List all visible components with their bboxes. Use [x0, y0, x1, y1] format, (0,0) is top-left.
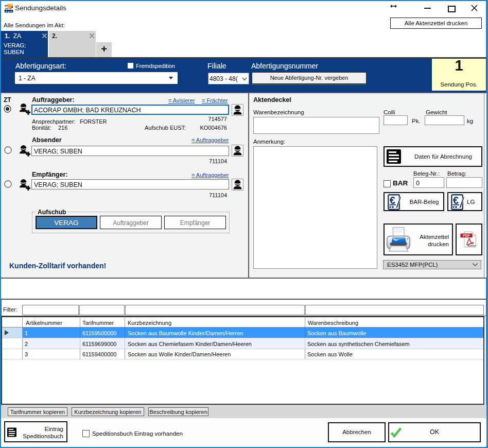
svg-text:Adobe: Adobe [467, 244, 476, 247]
svg-text:▲▼▲▼▲: ▲▼▲▼▲ [4, 10, 13, 13]
svg-text:PDF: PDF [463, 234, 470, 237]
